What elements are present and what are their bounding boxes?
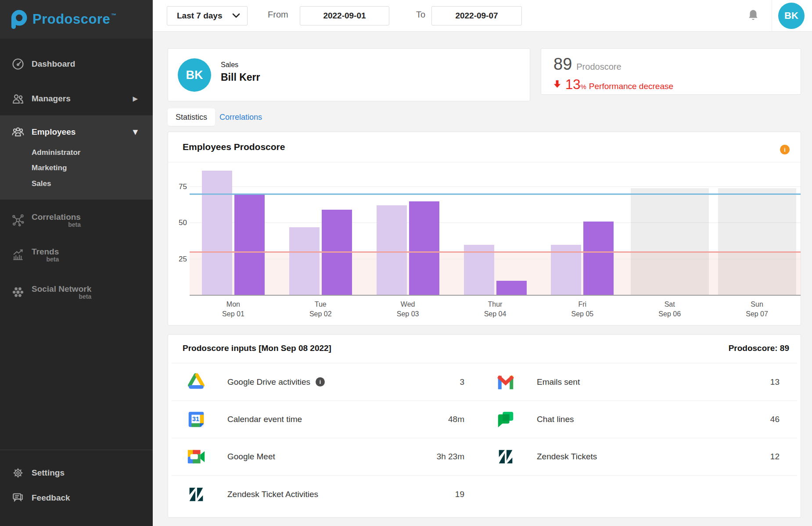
input-row: Google Meet 3h 23m Zendesk Tickets 12 [168, 438, 801, 475]
chart-gridline [190, 186, 801, 187]
prodoscore-value: 89 [553, 55, 572, 74]
prodoscore-inputs-card: Prodoscore inputs [Mon Sep 08 2022] Prod… [168, 334, 801, 518]
correlations-icon [11, 213, 25, 228]
sidebar-item-label: Settings [32, 468, 65, 478]
profile-card: BK Sales Bill Kerr [168, 48, 530, 101]
avatar: BK [178, 58, 211, 92]
zendesk-icon [496, 447, 516, 467]
input-value: 3h 23m [412, 452, 464, 462]
y-tick-label: 75 [179, 182, 187, 191]
bar-daily-score [234, 194, 265, 295]
tab-statistics[interactable]: Statistics [168, 108, 215, 126]
delta-unit: % [580, 83, 586, 90]
arrow-down-icon [553, 80, 561, 90]
y-tick-label: 25 [179, 255, 187, 264]
logo-text: Prodoscore [32, 10, 110, 29]
input-label: Google Drive activities i [227, 377, 325, 387]
bell-icon[interactable] [746, 8, 761, 25]
sidebar-item-employees[interactable]: Employees ▼ [0, 121, 153, 143]
logo-trademark: ™ [111, 12, 116, 18]
bar-daily-score [583, 222, 614, 295]
sidebar-subitem-sales[interactable]: Sales [32, 177, 51, 190]
beta-badge: beta [32, 221, 81, 228]
sidebar-item-social-network[interactable]: Social Network beta [0, 281, 153, 304]
input-label: Emails sent [537, 377, 580, 387]
info-icon[interactable]: i [316, 377, 325, 386]
input-value: 46 [727, 415, 780, 424]
sidebar-item-label: Social Network [32, 284, 91, 294]
reference-line [190, 193, 801, 195]
chart-baseline [190, 295, 801, 296]
chart-y-axis: 255075 [168, 162, 187, 295]
feedback-icon [11, 490, 25, 505]
profile-name: Bill Kerr [221, 72, 260, 83]
to-label: To [416, 10, 425, 20]
topbar: Last 7 days From 2022-09-01 To 2022-09-0… [153, 0, 812, 32]
x-tick-label: FriSep 05 [539, 300, 626, 319]
to-date-input[interactable]: 2022-09-07 [431, 6, 522, 25]
tab-correlations[interactable]: Correlations [219, 108, 262, 126]
input-label: Google Meet [227, 452, 275, 462]
chevron-right-icon: ▶ [133, 95, 138, 103]
input-value: 13 [727, 377, 780, 387]
x-tick-label: WedSep 03 [364, 300, 452, 319]
gear-icon [11, 465, 25, 480]
input-value: 12 [727, 452, 780, 462]
bar-daily-score [322, 210, 352, 295]
svg-text:31: 31 [192, 415, 199, 422]
date-range-select[interactable]: Last 7 days [167, 6, 248, 25]
chart-gridline [190, 259, 801, 259]
sidebar-item-correlations[interactable]: Correlations beta [0, 209, 153, 232]
input-label: Zendesk Ticket Activities [227, 490, 318, 499]
sidebar-item-label: Employees [32, 127, 75, 137]
beta-badge: beta [32, 293, 91, 300]
chevron-down-icon: ▼ [133, 128, 138, 136]
sidebar-subitem-administrator[interactable]: Administrator [32, 146, 80, 159]
from-label: From [268, 10, 288, 20]
prodoscore-logo[interactable]: Prodoscore ™ [9, 10, 116, 31]
sidebar-item-dashboard[interactable]: Dashboard [0, 53, 153, 75]
inputs-title: Prodoscore inputs [Mon Sep 08 2022] [183, 344, 331, 353]
score-card: 89 Prodoscore 13 % Performance decrease [541, 48, 801, 95]
chart-gridline [190, 222, 801, 223]
info-icon[interactable]: i [780, 145, 790, 154]
google-chat-icon [496, 409, 516, 429]
weekend-overlay [631, 188, 709, 295]
bar-daily-score [409, 201, 439, 296]
beta-badge: beta [32, 256, 59, 263]
inputs-score-label: Prodoscore: 89 [729, 344, 789, 353]
from-date-input[interactable]: 2022-09-01 [300, 6, 389, 25]
sidebar-employees-section: Employees ▼ Administrator Marketing Sale… [0, 115, 153, 200]
input-row: Zendesk Ticket Activities 19 [168, 476, 801, 513]
score-summary: 89 Prodoscore [553, 55, 622, 74]
gauge-icon [11, 57, 25, 72]
sidebar-item-feedback[interactable]: Feedback [0, 487, 153, 509]
chart-plot-area [190, 162, 801, 295]
sidebar-item-trends[interactable]: Trends beta [0, 243, 153, 266]
topbar-divider [772, 0, 772, 32]
zendesk-icon [186, 484, 206, 505]
x-tick-label: SunSep 07 [713, 300, 801, 319]
sidebar: Prodoscore ™ Dashboard Managers ▶ Employ… [0, 0, 153, 526]
delta-value: 13 [565, 77, 580, 93]
sidebar-item-label: Dashboard [32, 59, 75, 69]
x-tick-label: MonSep 01 [190, 300, 277, 319]
sidebar-item-label: Feedback [32, 493, 70, 503]
chart-x-axis: MonSep 01TueSep 02WedSep 03ThurSep 04Fri… [190, 300, 801, 320]
x-tick-label: SatSep 06 [626, 300, 713, 319]
google-meet-icon [186, 447, 206, 467]
user-avatar[interactable]: BK [778, 3, 805, 29]
sidebar-item-label: Managers [32, 94, 71, 104]
y-tick-label: 50 [179, 218, 187, 227]
trends-icon [11, 247, 25, 262]
prodoscore-label: Prodoscore [576, 62, 621, 72]
sidebar-item-managers[interactable]: Managers ▶ [0, 87, 153, 110]
employees-icon [11, 125, 25, 140]
sidebar-item-label: Correlations [32, 212, 81, 222]
input-value: 19 [412, 490, 464, 499]
profile-role: Sales [221, 61, 238, 69]
sidebar-item-settings[interactable]: Settings [0, 462, 153, 484]
input-row: 31 Calendar event time 48m Chat lines 46 [168, 401, 801, 438]
sidebar-subitem-marketing[interactable]: Marketing [32, 161, 67, 175]
input-row: Google Drive activities i 3 Emails sent … [168, 363, 801, 401]
